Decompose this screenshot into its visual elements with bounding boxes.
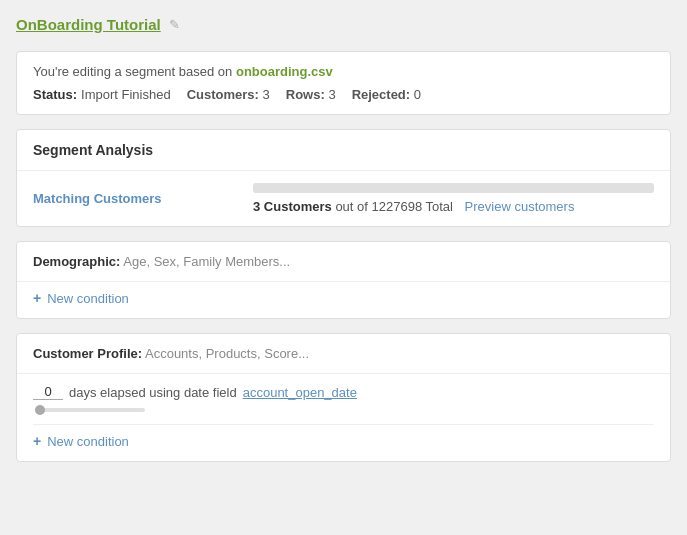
demographic-new-condition[interactable]: + New condition (17, 282, 670, 318)
matching-customers-row: Matching Customers 3 Customers out of 12… (17, 171, 670, 226)
page-title-row: OnBoarding Tutorial ✎ (16, 16, 671, 33)
matching-stats: 3 Customers out of 1227698 Total Preview… (253, 199, 654, 214)
days-slider[interactable] (35, 408, 145, 412)
matching-right: 3 Customers out of 1227698 Total Preview… (253, 183, 654, 214)
info-text-before: You're editing a segment based on (33, 64, 232, 79)
customer-profile-subtitle: Accounts, Products, Score... (145, 346, 309, 361)
slider-handle (35, 405, 45, 415)
rejected-stat: Rejected: 0 (352, 87, 421, 102)
demographic-title: Demographic: (33, 254, 120, 269)
info-banner-text: You're editing a segment based on onboar… (33, 64, 654, 79)
new-condition-label-2: New condition (47, 434, 129, 449)
days-input[interactable] (33, 384, 63, 400)
plus-icon-2: + (33, 433, 41, 449)
rows-value: 3 (328, 87, 335, 102)
customer-profile-header: Customer Profile: Accounts, Products, Sc… (17, 334, 670, 374)
matching-total-text: out of 1227698 Total (335, 199, 453, 214)
segment-analysis-card: Segment Analysis Matching Customers 3 Cu… (16, 129, 671, 227)
customers-stat: Customers: 3 (187, 87, 270, 102)
info-banner: You're editing a segment based on onboar… (16, 51, 671, 115)
days-elapsed-row: days elapsed using date field account_op… (33, 384, 654, 400)
customers-label: Customers: (187, 87, 259, 102)
days-text: days elapsed using date field (69, 385, 237, 400)
customer-profile-body: days elapsed using date field account_op… (17, 374, 670, 424)
rows-stat: Rows: 3 (286, 87, 336, 102)
demographic-card: Demographic: Age, Sex, Family Members...… (16, 241, 671, 319)
customer-profile-card: Customer Profile: Accounts, Products, Sc… (16, 333, 671, 462)
field-link[interactable]: account_open_date (243, 385, 357, 400)
demographic-subtitle: Age, Sex, Family Members... (123, 254, 290, 269)
segment-analysis-header: Segment Analysis (17, 130, 670, 171)
customer-profile-new-condition[interactable]: + New condition (17, 425, 670, 461)
rejected-value: 0 (414, 87, 421, 102)
customers-value: 3 (263, 87, 270, 102)
edit-icon[interactable]: ✎ (169, 17, 180, 32)
plus-icon: + (33, 290, 41, 306)
filename: onboarding.csv (236, 64, 333, 79)
demographic-header: Demographic: Age, Sex, Family Members... (17, 242, 670, 282)
progress-bar (253, 183, 654, 193)
rejected-label: Rejected: (352, 87, 411, 102)
status-label: Status: (33, 87, 77, 102)
rows-label: Rows: (286, 87, 325, 102)
status-row: Status: Import Finished Customers: 3 Row… (33, 87, 654, 102)
matching-customers-label: Matching Customers (33, 191, 253, 206)
matching-count: 3 Customers (253, 199, 332, 214)
page-title[interactable]: OnBoarding Tutorial (16, 16, 161, 33)
preview-customers-link[interactable]: Preview customers (465, 199, 575, 214)
status-value: Import Finished (81, 87, 171, 102)
new-condition-label: New condition (47, 291, 129, 306)
customer-profile-title: Customer Profile: (33, 346, 142, 361)
